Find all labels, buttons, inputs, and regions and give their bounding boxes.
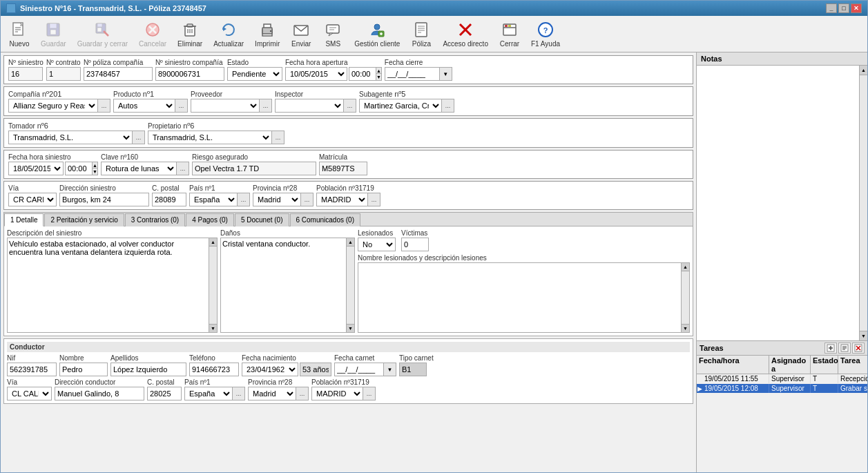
fecha-carnet-input[interactable]	[334, 363, 384, 376]
nombre-lesionados-textarea[interactable]	[358, 262, 682, 333]
poliza-button[interactable]: Póliza	[406, 18, 436, 50]
guardar-cerrar-button[interactable]: Guardar y cerrar	[73, 18, 133, 50]
proveedor-edit-btn[interactable]: …	[260, 99, 272, 113]
prov-sin-select[interactable]: Madrid	[253, 193, 301, 206]
actualizar-button[interactable]: Actualizar	[209, 18, 249, 50]
hora-up-btn[interactable]: ▲	[376, 68, 381, 74]
tab-contrarios[interactable]: 3 Contrarios (0)	[125, 213, 185, 226]
pais-sin-edit-btn[interactable]: …	[238, 193, 250, 206]
notas-scroll-down[interactable]: ▼	[860, 331, 867, 340]
lesion-scroll-down[interactable]: ▼	[682, 324, 689, 332]
dir-cond-input[interactable]	[55, 387, 144, 400]
tab-peritacion[interactable]: 2 Peritación y servicio	[44, 213, 124, 226]
matricula-input[interactable]	[319, 162, 367, 175]
ayuda-button[interactable]: ? F1 Ayuda	[526, 18, 565, 50]
pobl-sin-select[interactable]: MADRID	[316, 193, 368, 206]
lesion-scroll-up[interactable]: ▲	[682, 263, 689, 271]
maximize-button[interactable]: □	[838, 3, 849, 13]
tareas-row-2[interactable]: ▶ 19/05/2015 12:08 Supervisor T Grabar s…	[697, 384, 867, 394]
prov-cond-select[interactable]: Madrid	[248, 387, 296, 400]
cancelar-button[interactable]: Cancelar	[134, 18, 171, 50]
subagente-select[interactable]: Martinez Garcia, Cris	[359, 99, 442, 113]
cp-cond-input[interactable]	[147, 387, 182, 400]
estado-select[interactable]: Pendiente Cerrado Anulado	[227, 67, 282, 81]
fecha-apertura-select[interactable]: 10/05/2015	[285, 67, 347, 81]
pais-sin-select[interactable]: España	[189, 193, 238, 206]
hora-sin-down-btn[interactable]: ▼	[93, 168, 97, 175]
dir-sin-input[interactable]	[59, 193, 149, 206]
tomador-select[interactable]: Transmadrid, S.L.	[8, 131, 133, 144]
pobl-cond-select[interactable]: MADRID	[311, 387, 363, 400]
fecha-cierre-btn[interactable]: ▼	[440, 67, 452, 81]
prov-sin-edit-btn[interactable]: …	[301, 193, 314, 206]
tomador-edit-btn[interactable]: …	[133, 131, 145, 144]
cerrar-button[interactable]: Cerrar	[494, 18, 525, 50]
gestion-button[interactable]: Gestión cliente	[349, 18, 405, 50]
via-cond-select[interactable]: CL CALLE	[7, 387, 52, 400]
tab-detalle[interactable]: 1 Detalle	[4, 213, 44, 226]
apellidos-input[interactable]	[110, 363, 186, 376]
riesgo-input[interactable]	[192, 162, 316, 175]
clave-select[interactable]: Rotura de lunas	[101, 162, 177, 175]
nombre-input[interactable]	[59, 363, 108, 376]
telefono-input[interactable]	[189, 363, 239, 376]
pobl-cond-edit-btn[interactable]: …	[363, 387, 376, 400]
producto-select[interactable]: Autos	[113, 99, 175, 113]
tareas-delete-btn[interactable]	[852, 342, 865, 354]
pais-cond-select[interactable]: España	[184, 387, 233, 400]
acceso-button[interactable]: Acceso directo	[438, 18, 493, 50]
descripcion-textarea[interactable]: Vehículo estaba estacionado, al volver c…	[7, 238, 209, 333]
desc-scroll-down[interactable]: ▼	[209, 324, 217, 332]
subagente-edit-btn[interactable]: …	[442, 99, 454, 113]
inspector-select[interactable]	[275, 99, 344, 113]
hora-sin-input[interactable]	[65, 162, 93, 175]
enviar-button[interactable]: Enviar	[286, 18, 316, 50]
compania-select[interactable]: Allianz Seguro y Rease	[8, 99, 98, 113]
hora-down-btn[interactable]: ▼	[376, 74, 381, 80]
pais-cond-edit-btn[interactable]: …	[233, 387, 245, 400]
tareas-add-btn[interactable]	[824, 342, 837, 354]
prov-cond-edit-btn[interactable]: …	[296, 387, 309, 400]
fecha-carnet-btn[interactable]: ▼	[384, 363, 396, 376]
hora-sin-up-btn[interactable]: ▲	[93, 162, 97, 168]
nif-input[interactable]	[7, 363, 57, 376]
compania-edit-btn[interactable]: …	[98, 99, 110, 113]
num-sin-comp-input[interactable]	[155, 67, 224, 81]
num-poliza-input[interactable]	[84, 67, 153, 81]
propietario-edit-btn[interactable]: …	[272, 131, 284, 144]
imprimir-button[interactable]: Imprimir	[250, 18, 284, 50]
minimize-button[interactable]: _	[826, 3, 837, 13]
hora-apertura-input[interactable]	[349, 67, 376, 81]
victimas-input[interactable]	[401, 238, 429, 251]
nuevo-button[interactable]: Nuevo	[4, 18, 35, 50]
tab-docunet[interactable]: 5 Docunet (0)	[235, 213, 289, 226]
notas-textarea[interactable]	[697, 66, 859, 340]
inspector-edit-btn[interactable]: …	[344, 99, 356, 113]
proveedor-select[interactable]	[191, 99, 260, 113]
lesionados-select[interactable]: No Sí	[358, 238, 396, 251]
fecha-nac-select[interactable]: 23/04/1962	[242, 363, 298, 376]
tareas-row-1[interactable]: 19/05/2015 11:55 Supervisor T Recepción …	[697, 374, 867, 384]
eliminar-button[interactable]: Eliminar	[173, 18, 207, 50]
pobl-sin-edit-btn[interactable]: …	[368, 193, 380, 206]
danos-scroll-up[interactable]: ▲	[347, 238, 354, 247]
close-button[interactable]: ✕	[851, 3, 862, 13]
cp-sin-input[interactable]	[152, 193, 186, 206]
fecha-sin-select[interactable]: 18/05/2015	[8, 162, 64, 175]
tab-comunicados[interactable]: 6 Comunicados (0)	[290, 213, 360, 226]
fecha-cierre-input[interactable]	[385, 67, 440, 81]
danos-scroll-down[interactable]: ▼	[347, 324, 354, 332]
tab-pagos[interactable]: 4 Pagos (0)	[186, 213, 234, 226]
guardar-button[interactable]: Guardar	[36, 18, 71, 50]
clave-edit-btn[interactable]: …	[177, 162, 189, 175]
num-siniestro-input[interactable]: 16	[8, 67, 43, 81]
propietario-select[interactable]: Transmadrid, S.L.	[148, 131, 272, 144]
num-contrato-input[interactable]: 1	[46, 67, 81, 81]
via-sin-select[interactable]: CR CARRE	[8, 193, 57, 206]
producto-edit-btn[interactable]: …	[175, 99, 188, 113]
tareas-edit-btn[interactable]	[838, 342, 851, 354]
sms-button[interactable]: SMS	[318, 18, 348, 50]
notas-scroll-up[interactable]: ▲	[860, 66, 867, 75]
danos-textarea[interactable]: Cristal ventana conductor.	[220, 238, 347, 333]
desc-scroll-up[interactable]: ▲	[209, 238, 217, 247]
